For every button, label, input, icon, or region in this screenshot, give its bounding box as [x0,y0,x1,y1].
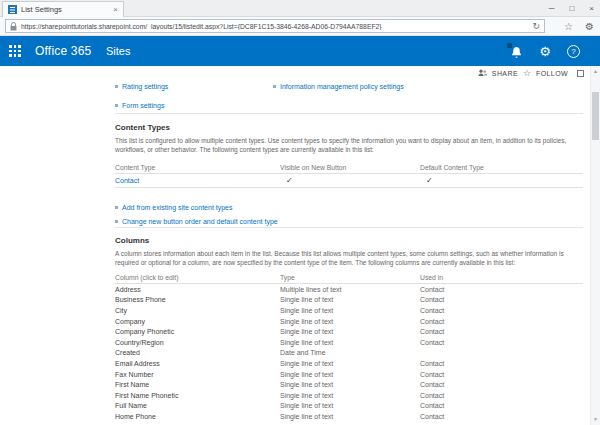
column-name-link[interactable]: Email Address [115,360,280,367]
content-types-rows: Contact ✓ ✓ [115,174,583,188]
page-scrollbar[interactable]: ▲ ▼ [590,66,600,425]
column-used-in: Contact [420,413,583,420]
address-bar-icons: ☆ ⚙ [564,17,594,36]
column-name-link[interactable]: Home Phone [115,413,280,420]
column-used-in: Contact [420,402,583,409]
app-launcher-icon[interactable] [9,45,21,57]
window-close-button[interactable]: × [589,4,594,13]
column-name-link[interactable]: Business Phone [115,296,280,303]
table-row: City Single line of text Contact [115,305,583,316]
window-maximize-button[interactable]: □ [569,4,574,13]
settings-link-rating[interactable]: Rating settings [115,80,168,93]
column-type: Single line of text [280,328,420,335]
square-bullet [115,206,118,209]
square-bullet [115,104,118,107]
share-button[interactable]: SHARE [492,70,518,77]
column-name-link[interactable]: Fax Number [115,371,280,378]
sharepoint-favicon-icon [8,5,17,14]
o365-brand[interactable]: Office 365 [35,44,91,58]
refresh-icon[interactable]: ↻ [532,22,540,31]
content-type-link[interactable]: Contact [115,177,139,184]
column-name-link[interactable]: City [115,307,280,314]
square-bullet [115,85,118,88]
notifications-bell-icon[interactable] [510,45,523,58]
favorites-star-icon[interactable]: ☆ [564,22,573,32]
sp-ribbon-strip: SHARE ☆ FOLLOW [0,66,590,80]
col-header: Type [280,274,420,281]
table-row: Company Single line of text Contact [115,316,583,327]
share-icon [478,69,487,77]
square-bullet [273,85,276,88]
column-used-in: Contact [420,296,583,303]
column-type: Single line of text [280,413,420,420]
table-row: First Name Phonetic Single line of text … [115,390,583,401]
table-row: Home Phone Single line of text Contact [115,411,583,422]
column-name-link[interactable]: Full Name [115,402,280,409]
column-type: Single line of text [280,318,420,325]
focus-mode-icon[interactable] [577,70,584,77]
content-types-table: Content Type Visible on New Button Defau… [115,161,583,188]
column-name-link[interactable]: First Name Phonetic [115,392,280,399]
tab-title: List Settings [21,5,109,14]
columns-table: Column (click to edit) Type Used in Addr… [115,272,583,422]
column-used-in: Contact [420,371,583,378]
browser-tab[interactable]: List Settings × [2,1,124,17]
table-row: Fax Number Single line of text Contact [115,369,583,380]
column-used-in: Contact [420,328,583,335]
browser-settings-icon[interactable]: ⚙ [585,22,594,32]
column-name-link[interactable]: Created [115,349,280,356]
table-row: Full Name Single line of text Contact [115,401,583,412]
column-used-in: Contact [420,392,583,399]
follow-star-icon: ☆ [523,69,531,78]
col-header: Column (click to edit) [115,274,280,281]
table-row: Contact ✓ ✓ [115,174,583,188]
column-used-in: Contact [420,381,583,388]
column-type: Single line of text [280,392,420,399]
col-header: Default Content Type [420,164,583,171]
table-row: Country/Region Single line of text Conta… [115,337,583,348]
change-new-button-order-link[interactable]: Change new button order and default cont… [115,210,278,228]
table-row: Business Phone Single line of text Conta… [115,295,583,306]
column-type: Single line of text [280,402,420,409]
o365-suite-bar: Office 365 Sites ⚙ ? [0,36,600,66]
scrollbar-thumb[interactable] [592,92,599,140]
column-used-in: Contact [420,339,583,346]
address-field[interactable]: https://sharepointtutorials.sharepoint.c… [5,19,545,33]
browser-tab-bar: List Settings × ─ □ × [0,0,600,17]
content-types-table-header: Content Type Visible on New Button Defau… [115,161,583,174]
column-type: Single line of text [280,296,420,303]
column-name-link[interactable]: Country/Region [115,339,280,346]
settings-link-form-settings[interactable]: Form settings [115,94,164,112]
column-type: Date and Time [280,349,420,356]
column-type: Single line of text [280,371,420,378]
scroll-down-icon[interactable]: ▼ [591,417,600,422]
visible-on-new-check-icon: ✓ [280,177,420,185]
column-type: Single line of text [280,339,420,346]
column-name-link[interactable]: Company Phonetic [115,328,280,335]
lock-icon [10,22,17,31]
browser-window: List Settings × ─ □ × https://sharepoint… [0,0,600,425]
window-minimize-button[interactable]: ─ [549,4,555,13]
settings-link-info-mgmt-policy[interactable]: Information management policy settings [273,80,404,93]
help-icon[interactable]: ? [567,45,580,58]
square-bullet [115,220,118,223]
column-name-link[interactable]: Company [115,318,280,325]
columns-title: Columns [115,236,149,245]
follow-button[interactable]: FOLLOW [536,70,568,77]
content-types-description: This list is configured to allow multipl… [115,136,585,154]
window-controls: ─ □ × [549,0,594,17]
tab-close-icon[interactable]: × [113,6,118,14]
column-name-link[interactable]: First Name [115,381,280,388]
notification-badge [507,43,512,48]
page-content: Rating settings Information management p… [0,80,590,425]
settings-gear-icon[interactable]: ⚙ [539,45,551,58]
scroll-up-icon[interactable]: ▲ [591,69,600,74]
column-type: Single line of text [280,360,420,367]
column-name-link[interactable]: Address [115,286,280,293]
suite-nav-sites[interactable]: Sites [106,45,130,57]
column-type: Single line of text [280,307,420,314]
browser-address-bar: https://sharepointtutorials.sharepoint.c… [0,17,600,36]
column-used-in: Contact [420,307,583,314]
default-content-type-check-icon: ✓ [420,177,583,185]
columns-description: A column stores information about each i… [115,249,585,267]
